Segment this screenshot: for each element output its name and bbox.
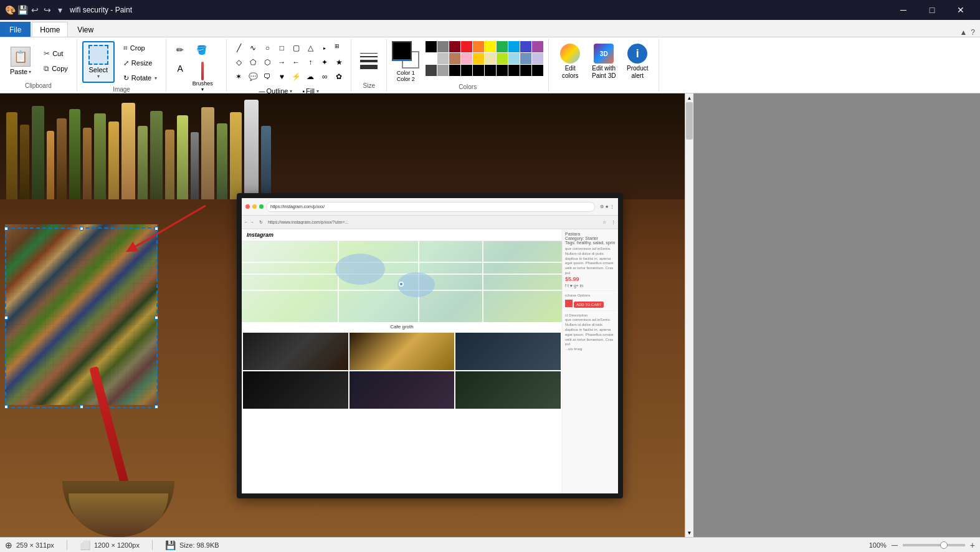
palette-color-24[interactable] bbox=[473, 65, 484, 76]
scroll-up-btn[interactable]: ▲ bbox=[685, 93, 694, 102]
add-to-cart-btn[interactable]: ADD TO CART bbox=[574, 302, 604, 308]
shape-heart[interactable]: ♥ bbox=[275, 70, 288, 83]
shape-rect[interactable]: □ bbox=[275, 41, 288, 55]
palette-color-28[interactable] bbox=[520, 65, 531, 76]
palette-color-21[interactable] bbox=[437, 65, 449, 76]
palette-color-17[interactable] bbox=[508, 53, 520, 64]
shape-diamond[interactable]: ◇ bbox=[232, 55, 245, 69]
text-button[interactable]: A bbox=[171, 60, 189, 77]
palette-color-1[interactable] bbox=[437, 41, 449, 52]
palette-color-10[interactable] bbox=[426, 53, 437, 64]
dropdown-icon[interactable]: ▾ bbox=[55, 5, 65, 15]
browser-nav: ← → ↻ https://www.instagram.com/p/xxx/?u… bbox=[242, 216, 618, 229]
select-button[interactable]: Select ▾ bbox=[82, 41, 115, 83]
palette-color-19[interactable] bbox=[532, 53, 543, 64]
shape-roundrect[interactable]: ▢ bbox=[289, 41, 303, 55]
palette-color-9[interactable] bbox=[532, 41, 543, 52]
shape-line[interactable]: ╱ bbox=[232, 41, 245, 55]
edit-paint3d-button[interactable]: 3D Edit with Paint 3D bbox=[588, 41, 620, 82]
undo-icon[interactable]: ↩ bbox=[30, 5, 40, 15]
palette-color-16[interactable] bbox=[497, 53, 508, 64]
palette-color-5[interactable] bbox=[485, 41, 496, 52]
shape-lightning[interactable]: ⚡ bbox=[289, 70, 303, 83]
bottle-6 bbox=[69, 109, 80, 199]
palette-color-12[interactable] bbox=[449, 53, 460, 64]
shape-callout2[interactable]: 🗨 bbox=[260, 70, 274, 83]
purchase-row: ADD TO CART bbox=[565, 300, 616, 308]
palette-color-18[interactable] bbox=[520, 53, 531, 64]
shape-curve[interactable]: ∿ bbox=[246, 41, 260, 55]
scroll-down-btn[interactable]: ▼ bbox=[685, 528, 694, 537]
color1-swatch[interactable] bbox=[392, 41, 412, 61]
shape-oval[interactable]: ○ bbox=[260, 41, 274, 55]
shape-pentagon[interactable]: ⬠ bbox=[246, 55, 260, 69]
palette-color-23[interactable] bbox=[461, 65, 472, 76]
pencil-button[interactable]: ✏ bbox=[171, 41, 189, 59]
rotate-button[interactable]: ↻ Rotate ▾ bbox=[120, 71, 161, 85]
shape-star4[interactable]: ✦ bbox=[318, 55, 331, 69]
save-icon[interactable]: 💾 bbox=[17, 5, 27, 15]
tab-home[interactable]: Home bbox=[32, 22, 68, 37]
palette-color-3[interactable] bbox=[461, 41, 472, 52]
paste-button[interactable]: 📋 Paste ▾ bbox=[5, 44, 36, 78]
palette-color-20[interactable] bbox=[426, 65, 437, 76]
palette-color-13[interactable] bbox=[461, 53, 472, 64]
shape-arrow-u[interactable]: ↑ bbox=[303, 55, 317, 69]
shape-triangle[interactable]: △ bbox=[303, 41, 317, 55]
shapes-expand[interactable]: ⊞ bbox=[332, 41, 342, 51]
palette-color-29[interactable] bbox=[532, 65, 543, 76]
shape-callout1[interactable]: 💬 bbox=[246, 70, 260, 83]
crop-button[interactable]: ⌗ Crop bbox=[120, 41, 161, 55]
palette-color-14[interactable] bbox=[473, 53, 484, 64]
palette-color-6[interactable] bbox=[497, 41, 508, 52]
tab-file[interactable]: File bbox=[0, 22, 31, 37]
close-button[interactable]: ✕ bbox=[946, 0, 975, 20]
size-line-medium bbox=[360, 56, 378, 57]
divider2 bbox=[565, 310, 616, 311]
shape-arrow-l[interactable]: ← bbox=[289, 55, 303, 69]
scroll-thumb[interactable] bbox=[686, 102, 693, 140]
palette-color-22[interactable] bbox=[449, 65, 460, 76]
shape-more[interactable]: ▸ bbox=[318, 41, 331, 55]
maximize-button[interactable]: □ bbox=[918, 0, 946, 20]
purchase-options: rchase Options bbox=[565, 293, 616, 298]
palette-color-26[interactable] bbox=[497, 65, 508, 76]
rotate-icon: ↻ bbox=[123, 74, 129, 82]
zoom-in-btn[interactable]: + bbox=[970, 540, 975, 550]
palette-color-8[interactable] bbox=[520, 41, 531, 52]
shape-cloud[interactable]: ☁ bbox=[303, 70, 317, 83]
collapse-ribbon-icon[interactable]: ▲ bbox=[959, 28, 967, 37]
palette-color-27[interactable] bbox=[508, 65, 520, 76]
copy-button[interactable]: ⧉ Copy bbox=[40, 62, 72, 75]
shape-misc2[interactable]: ✿ bbox=[332, 70, 346, 83]
palette-color-0[interactable] bbox=[426, 41, 437, 52]
shape-star6[interactable]: ✶ bbox=[232, 70, 245, 83]
canvas-area[interactable]: https://instagram.com/p/xxx/ ⚙ ★ ⋮ ← → ↻… bbox=[0, 93, 980, 537]
edit-colors-button[interactable]: Edit colors bbox=[554, 41, 586, 82]
palette-color-15[interactable] bbox=[485, 53, 496, 64]
palette-grid bbox=[426, 41, 543, 76]
shape-arrow-r[interactable]: → bbox=[275, 55, 288, 69]
shape-misc1[interactable]: ∞ bbox=[318, 70, 331, 83]
redo-icon[interactable]: ↪ bbox=[42, 5, 52, 15]
palette-color-7[interactable] bbox=[508, 41, 520, 52]
palette-color-2[interactable] bbox=[449, 41, 460, 52]
canvas-image[interactable]: https://instagram.com/p/xxx/ ⚙ ★ ⋮ ← → ↻… bbox=[0, 93, 693, 537]
palette-color-4[interactable] bbox=[473, 41, 484, 52]
palette-color-11[interactable] bbox=[437, 53, 449, 64]
zoom-out-btn[interactable]: ─ bbox=[892, 540, 898, 550]
minimize-button[interactable]: ─ bbox=[889, 0, 918, 20]
palette-color-25[interactable] bbox=[485, 65, 496, 76]
shape-hexagon[interactable]: ⬡ bbox=[260, 55, 274, 69]
vertical-scrollbar[interactable]: ▲ ▼ bbox=[685, 93, 693, 537]
zoom-thumb[interactable] bbox=[940, 541, 948, 549]
zoom-slider[interactable] bbox=[903, 544, 965, 546]
product-alert-button[interactable]: i Product alert bbox=[621, 41, 654, 82]
cut-button[interactable]: ✂ Cut bbox=[40, 47, 72, 60]
brushes-button[interactable]: Brushes ▾ bbox=[193, 60, 212, 92]
tab-view[interactable]: View bbox=[69, 22, 102, 37]
shape-star5[interactable]: ★ bbox=[332, 55, 346, 69]
resize-button[interactable]: ⤢ Resize bbox=[120, 56, 161, 70]
help-icon[interactable]: ? bbox=[971, 28, 975, 37]
fill-bucket-button[interactable]: 🪣 bbox=[193, 41, 210, 59]
